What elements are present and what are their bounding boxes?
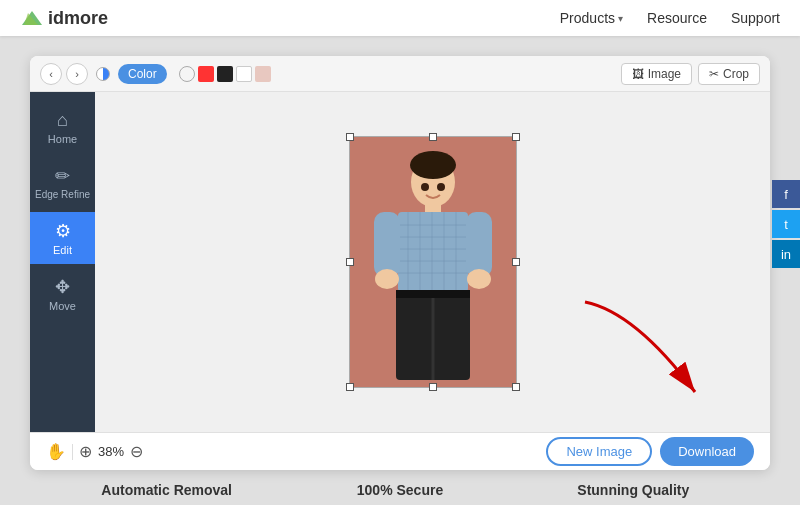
handle-middle-right[interactable] (512, 258, 520, 266)
feature-automatic-title: Automatic Removal (60, 482, 273, 498)
sidebar-home-label: Home (48, 133, 77, 145)
sidebar-move-label: Move (49, 300, 76, 312)
move-icon: ✥ (55, 276, 70, 298)
image-container[interactable] (349, 136, 517, 388)
zoom-value: 38% (98, 444, 124, 459)
swatch-white[interactable] (236, 66, 252, 82)
svg-rect-16 (374, 212, 400, 277)
sidebar-item-move[interactable]: ✥ Move (30, 268, 95, 320)
toolbar: ‹ › Color 🖼 Image ✂ (30, 56, 770, 92)
canvas-area (95, 92, 770, 432)
svg-point-24 (437, 183, 445, 191)
zoom-in-icon[interactable]: ⊕ (79, 442, 92, 461)
nav-menu: Products ▾ Resource Support (560, 10, 780, 26)
handle-top-left[interactable] (346, 133, 354, 141)
bottom-bar: ✋ ⊕ 38% ⊖ New Image Download (30, 432, 770, 470)
back-button[interactable]: ‹ (40, 63, 62, 85)
handle-bottom-middle[interactable] (429, 383, 437, 391)
home-icon: ⌂ (57, 110, 68, 131)
image-button[interactable]: 🖼 Image (621, 63, 692, 85)
linkedin-button[interactable]: in (772, 240, 800, 268)
feature-secure-title: 100% Secure (293, 482, 506, 498)
nav-resource[interactable]: Resource (647, 10, 707, 26)
chevron-down-icon: ▾ (618, 13, 623, 24)
twitter-icon: t (784, 217, 788, 232)
svg-point-23 (421, 183, 429, 191)
forward-button[interactable]: › (66, 63, 88, 85)
zoom-out-icon[interactable]: ⊖ (130, 442, 143, 461)
sidebar-item-home[interactable]: ⌂ Home (30, 102, 95, 153)
swatch-red[interactable] (198, 66, 214, 82)
feature-secure: 100% Secure After you handle the photos … (283, 482, 516, 505)
svg-point-19 (467, 269, 491, 289)
download-button[interactable]: Download (660, 437, 754, 466)
edge-refine-icon: ✏ (55, 165, 70, 187)
navbar: idmore Products ▾ Resource Support (0, 0, 800, 36)
crop-btn-label: Crop (723, 67, 749, 81)
color-mode-label: Color (128, 67, 157, 81)
handle-bottom-right[interactable] (512, 383, 520, 391)
feature-quality: Stunning Quality This free picture backg… (517, 482, 750, 505)
handle-top-right[interactable] (512, 133, 520, 141)
app-window: ‹ › Color 🖼 Image ✂ (30, 56, 770, 470)
swatch-transparent[interactable] (179, 66, 195, 82)
app-body: ⌂ Home ✏ Edge Refine ⚙ Edit ✥ Move (30, 92, 770, 432)
image-background (350, 137, 516, 387)
facebook-button[interactable]: f (772, 180, 800, 208)
twitter-button[interactable]: t (772, 210, 800, 238)
social-sidebar: f t in (772, 180, 800, 268)
nav-products[interactable]: Products ▾ (560, 10, 623, 26)
color-mode-button[interactable]: Color (118, 64, 167, 84)
main-content: ‹ › Color 🖼 Image ✂ (0, 36, 800, 505)
sidebar-edit-label: Edit (53, 244, 72, 256)
svg-point-3 (410, 151, 456, 179)
zoom-controls: ✋ ⊕ 38% ⊖ (46, 442, 143, 461)
sidebar-item-edit[interactable]: ⚙ Edit (30, 212, 95, 264)
feature-row: Automatic Removal Equipped with AI (arti… (30, 470, 770, 505)
new-image-button[interactable]: New Image (546, 437, 652, 466)
crop-button[interactable]: ✂ Crop (698, 63, 760, 85)
sidebar-item-edge-refine[interactable]: ✏ Edge Refine (30, 157, 95, 208)
handle-top-middle[interactable] (429, 133, 437, 141)
linkedin-icon: in (781, 247, 791, 262)
svg-rect-17 (466, 212, 492, 277)
sidebar: ⌂ Home ✏ Edge Refine ⚙ Edit ✥ Move (30, 92, 95, 432)
logo-text: idmore (48, 8, 108, 29)
logo[interactable]: idmore (20, 8, 108, 29)
color-mode-indicator (96, 67, 110, 81)
sidebar-edge-label: Edge Refine (35, 189, 90, 200)
swatch-black[interactable] (217, 66, 233, 82)
image-btn-label: Image (648, 67, 681, 81)
facebook-icon: f (784, 187, 788, 202)
swatch-pink[interactable] (255, 66, 271, 82)
nav-support[interactable]: Support (731, 10, 780, 26)
hand-tool-icon[interactable]: ✋ (46, 442, 66, 461)
arrow-indicator (555, 292, 715, 412)
svg-point-18 (375, 269, 399, 289)
edit-icon: ⚙ (55, 220, 71, 242)
person-figure (368, 147, 498, 387)
toolbar-right: 🖼 Image ✂ Crop (621, 63, 760, 85)
toolbar-nav: ‹ › (40, 63, 88, 85)
handle-middle-left[interactable] (346, 258, 354, 266)
color-swatches (179, 66, 271, 82)
feature-automatic: Automatic Removal Equipped with AI (arti… (50, 482, 283, 505)
feature-quality-title: Stunning Quality (527, 482, 740, 498)
action-buttons: New Image Download (546, 437, 754, 466)
logo-icon (20, 9, 44, 27)
handle-bottom-left[interactable] (346, 383, 354, 391)
svg-rect-21 (396, 290, 470, 298)
